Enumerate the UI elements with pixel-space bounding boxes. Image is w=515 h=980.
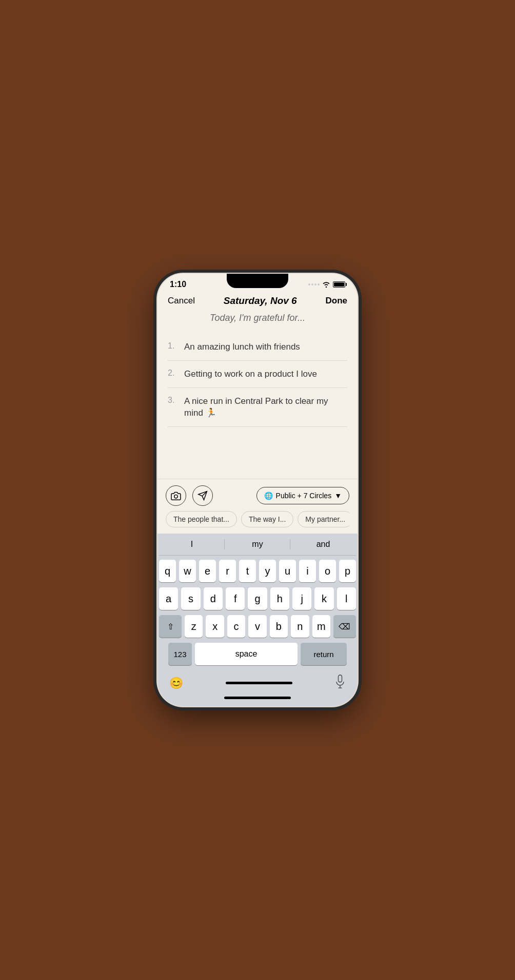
key-q[interactable]: q	[159, 560, 176, 582]
toolbar-row2: The people that... The way I... My partn…	[166, 511, 349, 527]
subtitle: Today, I'm grateful for...	[168, 313, 347, 323]
list-item: 3. A nice run in Central Park to clear m…	[168, 388, 347, 427]
key-j[interactable]: j	[292, 587, 311, 610]
key-l[interactable]: l	[337, 587, 356, 610]
dropdown-arrow-icon: ▼	[334, 492, 342, 500]
done-button[interactable]: Done	[325, 296, 347, 306]
header-title: Saturday, Nov 6	[224, 295, 297, 307]
shift-key[interactable]: ⇧	[159, 615, 182, 638]
key-s[interactable]: s	[181, 587, 200, 610]
key-z[interactable]: z	[185, 615, 203, 638]
audience-button[interactable]: 🌐 Public + 7 Circles ▼	[256, 487, 349, 504]
item-text[interactable]: A nice run in Central Park to clear my m…	[184, 395, 347, 420]
send-button[interactable]	[192, 485, 213, 506]
status-icons	[308, 281, 345, 288]
key-row-2: a s d f g h j k l	[159, 587, 356, 610]
svg-rect-3	[339, 675, 342, 682]
toolbar-row1: 🌐 Public + 7 Circles ▼	[166, 485, 349, 506]
content-area: Today, I'm grateful for... 1. An amazing…	[157, 313, 358, 479]
battery-icon	[333, 281, 345, 288]
header: Cancel Saturday, Nov 6 Done	[157, 291, 358, 313]
key-d[interactable]: d	[204, 587, 223, 610]
key-f[interactable]: f	[226, 587, 245, 610]
home-bar	[226, 682, 292, 684]
keyboard: I my and q w e r t y u i o p a s d f g h…	[157, 534, 358, 706]
key-y[interactable]: y	[259, 560, 276, 582]
home-indicator	[159, 693, 356, 704]
key-x[interactable]: x	[206, 615, 224, 638]
key-v[interactable]: v	[248, 615, 266, 638]
list-item: 2. Getting to work on a product I love	[168, 361, 347, 388]
toolbar: 🌐 Public + 7 Circles ▼ The people that..…	[157, 479, 358, 534]
delete-key[interactable]: ⌫	[333, 615, 356, 638]
item-number: 1.	[168, 341, 180, 351]
suggestion-pill-2[interactable]: The way I...	[241, 511, 293, 527]
suggestion-pill-1[interactable]: The people that...	[166, 511, 237, 527]
item-number: 3.	[168, 395, 180, 405]
wifi-icon	[322, 281, 330, 288]
signal-dots-icon	[308, 283, 320, 285]
key-row-1: q w e r t y u i o p	[159, 560, 356, 582]
list-item: 1. An amazing lunch with friends	[168, 334, 347, 361]
key-u[interactable]: u	[279, 560, 296, 582]
key-o[interactable]: o	[319, 560, 336, 582]
camera-icon	[171, 491, 181, 500]
phone-shell: 1:10 Cancel Saturday, Nov 6 Done Today, …	[157, 274, 358, 706]
return-key[interactable]: return	[301, 643, 347, 665]
svg-point-0	[174, 495, 178, 498]
suggestion-pill-3[interactable]: My partner...	[298, 511, 349, 527]
key-h[interactable]: h	[270, 587, 289, 610]
item-number: 2.	[168, 368, 180, 378]
key-k[interactable]: k	[314, 587, 333, 610]
mic-key[interactable]	[334, 675, 346, 691]
numbers-key[interactable]: 123	[168, 643, 192, 665]
key-e[interactable]: e	[199, 560, 216, 582]
suggestion-word-1[interactable]: I	[159, 538, 225, 551]
keyboard-bottom-bar: 😊	[159, 670, 356, 693]
key-c[interactable]: c	[227, 615, 245, 638]
home-indicator-bar	[224, 697, 291, 699]
notch	[227, 274, 288, 288]
key-a[interactable]: a	[159, 587, 178, 610]
key-p[interactable]: p	[339, 560, 356, 582]
keyboard-suggestions: I my and	[159, 538, 356, 556]
globe-icon: 🌐	[264, 492, 273, 500]
space-key[interactable]: space	[195, 643, 298, 665]
item-text[interactable]: Getting to work on a product I love	[184, 368, 317, 380]
key-i[interactable]: i	[299, 560, 316, 582]
status-time: 1:10	[170, 280, 186, 289]
key-b[interactable]: b	[270, 615, 288, 638]
mic-icon	[334, 675, 346, 689]
key-g[interactable]: g	[248, 587, 267, 610]
key-w[interactable]: w	[179, 560, 196, 582]
emoji-key[interactable]: 😊	[169, 677, 183, 690]
key-row-4: 123 space return	[159, 643, 356, 665]
key-t[interactable]: t	[239, 560, 256, 582]
toolbar-left	[166, 485, 213, 506]
audience-label: Public + 7 Circles	[276, 492, 332, 500]
suggestion-word-2[interactable]: my	[225, 538, 290, 551]
item-text[interactable]: An amazing lunch with friends	[184, 341, 300, 353]
key-r[interactable]: r	[219, 560, 236, 582]
key-n[interactable]: n	[291, 615, 309, 638]
key-row-3: ⇧ z x c v b n m ⌫	[159, 615, 356, 638]
send-icon	[197, 491, 208, 501]
cancel-button[interactable]: Cancel	[168, 296, 195, 306]
gratitude-list: 1. An amazing lunch with friends 2. Gett…	[168, 334, 347, 427]
camera-button[interactable]	[166, 485, 186, 506]
suggestion-word-3[interactable]: and	[290, 538, 356, 551]
key-m[interactable]: m	[312, 615, 330, 638]
